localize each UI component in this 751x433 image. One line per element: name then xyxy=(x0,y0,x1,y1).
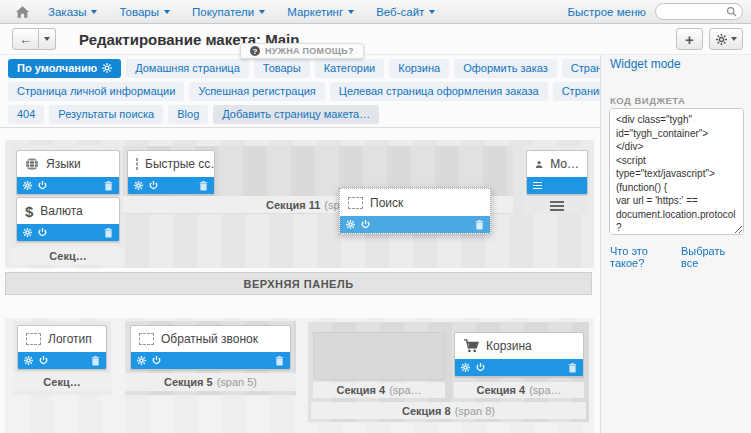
block-my-account[interactable]: Мо… xyxy=(526,150,588,195)
section-title: Секция 8 xyxy=(402,405,451,417)
block-languages[interactable]: Языки xyxy=(16,150,120,195)
quick-menu-link[interactable]: Быстрое меню xyxy=(568,6,647,18)
section-span: (spa… xyxy=(389,384,421,396)
nav-orders-label: Заказы xyxy=(48,6,86,18)
power-icon[interactable] xyxy=(152,356,161,365)
globe-icon xyxy=(25,157,39,171)
tab-categories[interactable]: Категории xyxy=(315,59,385,78)
trash-icon[interactable] xyxy=(91,356,100,366)
search-input[interactable] xyxy=(664,6,726,17)
block-cart-toolbar xyxy=(455,359,583,376)
gear-icon[interactable] xyxy=(23,181,32,190)
block-currency[interactable]: $ Валюта xyxy=(16,197,120,242)
add-button[interactable]: + xyxy=(676,28,703,50)
tab-home-page[interactable]: Домашняя страница xyxy=(126,59,249,78)
tab-row-1: По умолчанию Домашняя страница Товары Ка… xyxy=(0,59,600,78)
block-logo[interactable]: Логотип xyxy=(17,325,107,370)
gear-icon[interactable] xyxy=(461,363,470,372)
tab-default[interactable]: По умолчанию xyxy=(8,59,121,78)
select-all-link[interactable]: Выбрать все xyxy=(681,245,742,269)
dashed-box-icon xyxy=(26,333,41,345)
trash-icon[interactable] xyxy=(104,228,113,238)
gear-icon[interactable] xyxy=(346,220,355,229)
nav-website[interactable]: Веб-сайт xyxy=(365,0,446,24)
top-panel-group: Языки $ Валюта xyxy=(5,140,594,268)
tab-registration-success[interactable]: Успешная регистрация xyxy=(189,82,324,101)
gear-icon[interactable] xyxy=(23,228,32,237)
power-icon[interactable] xyxy=(38,181,47,190)
tab-default-label: По умолчанию xyxy=(17,62,97,74)
section-8: Секция 4 (spa… Корзина xyxy=(308,322,589,422)
section-title: Секция 11 xyxy=(266,199,320,211)
block-cart-header: Корзина xyxy=(455,333,583,359)
section-left-bottom: Логотип Секц… xyxy=(13,321,111,395)
tab-pages[interactable]: Страницы xyxy=(553,82,600,101)
trash-icon[interactable] xyxy=(104,181,113,191)
power-icon[interactable] xyxy=(149,181,158,190)
tab-checkout[interactable]: Оформить заказ xyxy=(454,59,557,78)
section-4a-label[interactable]: Секция 4 (spa… xyxy=(313,382,445,398)
section-5-label[interactable]: Секция 5 (span 5) xyxy=(125,373,296,391)
power-icon[interactable] xyxy=(361,220,370,229)
settings-menu-button[interactable] xyxy=(709,28,743,50)
block-quick-links[interactable]: Быстрые сс… xyxy=(127,150,215,195)
help-tooltip[interactable]: ? НУЖНА ПОМОЩЬ? xyxy=(240,43,364,59)
tab-search-results[interactable]: Результаты поиска xyxy=(49,105,163,124)
empty-block-placeholder[interactable] xyxy=(313,332,445,380)
trash-icon[interactable] xyxy=(275,356,284,366)
gear-icon[interactable] xyxy=(137,356,146,365)
power-icon[interactable] xyxy=(39,356,48,365)
power-icon[interactable] xyxy=(38,228,47,237)
tab-auth-page[interactable]: Страница авторизации xyxy=(562,59,600,78)
section-left-top-label[interactable]: Секц… xyxy=(12,247,124,265)
list-icon[interactable] xyxy=(533,180,542,191)
block-cart[interactable]: Корзина xyxy=(454,332,584,377)
trash-icon[interactable] xyxy=(568,363,577,373)
block-search-drag-ghost[interactable]: Поиск xyxy=(339,188,491,234)
trash-icon[interactable] xyxy=(199,181,208,191)
block-callback[interactable]: Обратный звонок xyxy=(130,325,291,370)
tab-404[interactable]: 404 xyxy=(8,105,44,124)
nav-marketing[interactable]: Маркетинг xyxy=(276,0,365,24)
chevron-down-icon xyxy=(164,10,170,14)
back-button-group: ← xyxy=(12,28,56,50)
nav-website-label: Веб-сайт xyxy=(376,6,424,18)
section-span: (span 8) xyxy=(455,405,495,417)
back-button[interactable]: ← xyxy=(12,28,39,50)
block-callback-header: Обратный звонок xyxy=(131,326,290,352)
nav-customers[interactable]: Покупатели xyxy=(181,0,276,24)
widget-code-textarea[interactable]: <div class="tygh" id="tygh_container"> <… xyxy=(609,108,744,235)
menu-icon xyxy=(550,199,564,213)
block-quick-links-header: Быстрые сс… xyxy=(128,151,214,177)
nav-orders[interactable]: Заказы xyxy=(37,0,108,24)
section-5: Обратный звонок Секция 5 (span 5) xyxy=(125,321,296,395)
widget-mode-link[interactable]: Widget mode xyxy=(610,57,681,71)
back-dropdown-button[interactable] xyxy=(39,28,56,50)
tab-checkout-landing[interactable]: Целевая страница оформления заказа xyxy=(330,82,548,101)
home-icon[interactable] xyxy=(8,6,37,18)
trash-icon[interactable] xyxy=(475,220,484,230)
gear-icon xyxy=(716,34,727,45)
person-icon xyxy=(535,158,543,171)
add-layout-page-tab[interactable]: Добавить страницу макета… xyxy=(213,105,379,124)
section-4b-label[interactable]: Секция 4 (spa… xyxy=(454,382,584,398)
layout-tabs: По умолчанию Домашняя страница Товары Ка… xyxy=(0,55,600,128)
tab-cart[interactable]: Корзина xyxy=(389,59,449,78)
section-left-bottom-label[interactable]: Секц… xyxy=(13,373,111,391)
section-title: Секция 4 xyxy=(476,384,525,396)
tab-products[interactable]: Товары xyxy=(254,59,310,78)
tab-profile-page[interactable]: Страница личной информации xyxy=(8,82,184,101)
section-left-top: Языки $ Валюта xyxy=(12,145,124,265)
dollar-icon: $ xyxy=(25,203,33,220)
what-is-it-link[interactable]: Что это такое? xyxy=(610,245,681,269)
dashed-box-icon xyxy=(139,333,154,345)
gear-icon[interactable] xyxy=(24,356,33,365)
dashed-box-icon xyxy=(136,158,138,170)
section-8-label[interactable]: Секция 8 (span 8) xyxy=(311,402,586,419)
gear-icon[interactable] xyxy=(134,181,143,190)
nav-products[interactable]: Товары xyxy=(108,0,181,24)
tab-blog[interactable]: Blog xyxy=(168,105,208,124)
power-icon[interactable] xyxy=(476,363,485,372)
section-my-account-label[interactable] xyxy=(526,197,588,214)
top-panel-container[interactable]: ВЕРХНЯЯ ПАНЕЛЬ xyxy=(5,272,592,295)
